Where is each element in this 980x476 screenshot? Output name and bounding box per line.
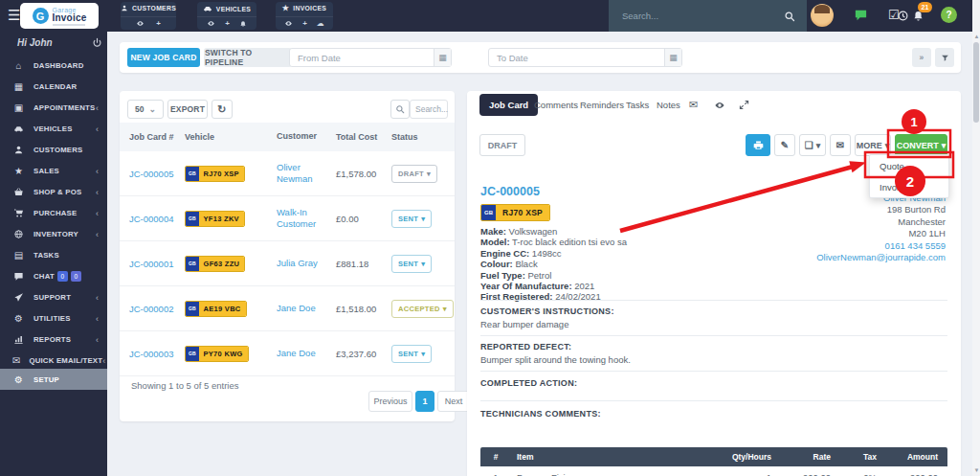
number-plate[interactable]: GBAE19 VBC — [185, 301, 247, 317]
status-dropdown[interactable]: DRAFT▾ — [391, 165, 437, 183]
job-card-link[interactable]: JC-000004 — [129, 214, 185, 224]
tab-tasks[interactable]: Tasks — [626, 100, 649, 110]
table-search-button[interactable] — [390, 100, 410, 119]
job-id-heading[interactable]: JC-000005 — [480, 185, 540, 198]
print-button[interactable] — [746, 134, 770, 156]
export-button[interactable]: EXPORT — [167, 100, 208, 119]
sidebar-item-reports[interactable]: REPORTS ‹ — [0, 329, 107, 350]
customer-phone-link[interactable]: 0161 434 5559 — [816, 240, 946, 252]
new-job-card-button[interactable]: NEW JOB CARD — [127, 48, 200, 67]
table-row[interactable]: JC-000004 GBYF13 ZKV Walk-In Customer £0… — [120, 196, 455, 241]
sidebar-item-tasks[interactable]: ▤ TASKS — [0, 245, 107, 265]
table-row[interactable]: JC-000003 GBPY70 KWG Jane Doe £3,237.60 … — [120, 331, 455, 376]
from-date-field[interactable]: From Date ▦ — [289, 48, 452, 67]
status-dropdown[interactable]: SENT▾ — [391, 210, 432, 228]
sidebar-item-sales[interactable]: ★ SALES ‹ — [0, 161, 107, 181]
edit-button[interactable]: ✎ — [774, 134, 795, 156]
table-row[interactable]: JC-000002 GBAE19 VBC Jane Doe £1,518.00 … — [120, 286, 455, 331]
plus-icon[interactable]: + — [225, 19, 230, 28]
cloud-icon[interactable]: ☁ — [317, 19, 324, 28]
power-icon[interactable] — [92, 37, 102, 48]
job-card-link[interactable]: JC-000002 — [129, 304, 185, 314]
draft-status-badge[interactable]: DRAFT — [479, 134, 525, 156]
status-dropdown[interactable]: SENT▾ — [391, 255, 432, 273]
sidebar-item-utilities[interactable]: ⚙ UTILITIES ‹ — [0, 308, 107, 329]
tab-reminders[interactable]: Reminders — [580, 100, 624, 110]
scroll-down-arrow[interactable]: ▼ — [973, 467, 980, 473]
sidebar-item-dashboard[interactable]: ⌂ DASHBOARD — [0, 56, 107, 76]
number-plate[interactable]: GBPY70 KWG — [185, 346, 249, 362]
number-plate[interactable]: GBGF63 ZZU — [185, 256, 245, 272]
table-search-field[interactable]: Search... — [410, 100, 448, 119]
calendar-icon[interactable]: ▦ — [434, 49, 451, 66]
customer-link[interactable]: Oliver Newman — [277, 162, 336, 186]
notification-badge[interactable]: 21 — [918, 2, 932, 12]
col-customer[interactable]: Customer — [277, 131, 336, 143]
scroll-up-arrow[interactable]: ▲ — [973, 34, 980, 39]
tab-comments[interactable]: Comments — [534, 100, 578, 110]
collapse-filters-button[interactable]: » — [912, 48, 931, 67]
col-status[interactable]: Status — [386, 132, 455, 142]
avatar[interactable] — [811, 4, 834, 27]
from-date-input[interactable]: From Date — [290, 53, 434, 63]
plus-icon[interactable]: + — [156, 19, 161, 28]
table-search-input[interactable]: Search... — [411, 104, 448, 114]
message-icon[interactable] — [854, 8, 868, 22]
menu-item-invoice[interactable]: Invoice — [870, 176, 948, 197]
job-card-link[interactable]: JC-000005 — [129, 169, 185, 179]
filter-button[interactable] — [935, 48, 954, 67]
customer-link[interactable]: Jane Doe — [277, 348, 336, 359]
sidebar-item-appointments[interactable]: ▣ APPOINTMENTS ‹ — [0, 98, 107, 118]
previous-page-button[interactable]: Previous — [368, 391, 412, 412]
customer-link[interactable]: Walk-In Customer — [277, 207, 336, 231]
hamburger-menu-icon[interactable]: ☰ — [8, 7, 20, 24]
customer-email-link[interactable]: OliverNewman@jourrapide.com — [816, 252, 946, 263]
plus-icon[interactable]: + — [302, 19, 307, 28]
menu-item-quote[interactable]: Quote — [870, 155, 948, 176]
to-date-input[interactable]: To Date — [489, 53, 664, 63]
sidebar-item-quick-email[interactable]: ✉ QUICK EMAIL/TEXT ‹ — [0, 351, 107, 371]
sidebar-item-vehicles[interactable]: VEHICLES ‹ — [0, 119, 107, 139]
next-page-button[interactable]: Next — [437, 391, 470, 412]
expand-icon[interactable] — [739, 100, 749, 110]
table-row[interactable]: JC-000005 GBRJ70 XSP Oliver Newman £1,57… — [120, 151, 455, 196]
col-job-card[interactable]: Job Card # — [129, 132, 185, 142]
sidebar-item-calendar[interactable]: ▦ CALENDAR — [0, 77, 107, 97]
sidebar-item-support[interactable]: SUPPORT ‹ — [0, 287, 107, 307]
to-date-field[interactable]: To Date ▦ — [488, 48, 682, 67]
email-icon[interactable]: ✉ — [689, 99, 698, 111]
number-plate[interactable]: GBRJ70 XSP — [185, 166, 245, 182]
eye-icon[interactable] — [136, 19, 145, 28]
global-search-input[interactable]: Search... — [609, 11, 784, 21]
more-button[interactable]: MORE▾ — [855, 134, 891, 156]
clock-icon[interactable] — [897, 10, 909, 22]
page-number-button[interactable]: 1 — [415, 391, 434, 412]
job-card-link[interactable]: JC-000003 — [129, 349, 185, 359]
sidebar-item-customers[interactable]: CUSTOMERS — [0, 140, 107, 160]
search-icon[interactable] — [784, 11, 795, 22]
eye-icon[interactable] — [714, 100, 725, 111]
sidebar-item-inventory[interactable]: INVENTORY ‹ — [0, 224, 107, 244]
number-plate[interactable]: GBYF13 ZKV — [185, 211, 245, 227]
mail-button[interactable]: ✉ — [830, 134, 851, 156]
bell-icon[interactable] — [239, 20, 247, 28]
status-dropdown[interactable]: ACCEPTED▾ — [391, 300, 454, 318]
customer-link[interactable]: Jane Doe — [277, 303, 336, 314]
pdf-button[interactable]: ❏▾ — [799, 134, 826, 156]
job-card-link[interactable]: JC-000001 — [129, 259, 185, 269]
page-size-select[interactable]: 50 ⌄ — [127, 100, 164, 119]
global-search[interactable]: Search... — [609, 0, 807, 32]
status-dropdown[interactable]: SENT▾ — [391, 345, 432, 363]
calendar-icon[interactable]: ▦ — [664, 49, 681, 66]
help-button[interactable]: ? — [941, 7, 957, 23]
col-total[interactable]: Total Cost — [336, 132, 386, 143]
table-row[interactable]: JC-000001 GBGF63 ZZU Julia Gray £881.18 … — [120, 241, 455, 286]
sidebar-item-shop-pos[interactable]: SHOP & POS ‹ — [0, 182, 107, 202]
refresh-button[interactable]: ↻ — [212, 100, 233, 119]
eye-icon[interactable] — [284, 19, 293, 28]
tab-job-card[interactable]: Job Card — [479, 94, 538, 116]
tab-notes[interactable]: Notes — [657, 100, 680, 110]
sidebar-item-chat[interactable]: CHAT 0 0 — [0, 266, 107, 286]
customer-link[interactable]: Julia Gray — [277, 258, 336, 269]
eye-icon[interactable] — [207, 19, 215, 28]
